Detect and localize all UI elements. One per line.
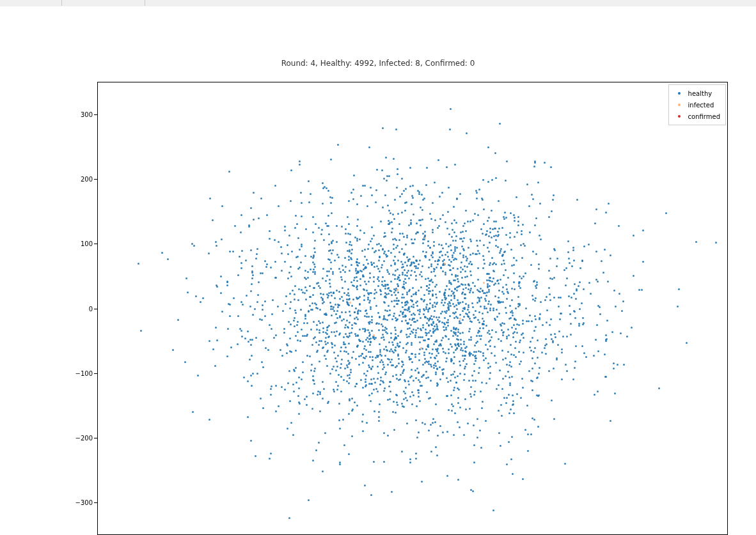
point-healthy — [271, 328, 272, 330]
point-healthy — [473, 370, 475, 372]
point-healthy — [393, 218, 395, 220]
point-healthy — [532, 380, 533, 382]
point-healthy — [466, 275, 468, 277]
point-healthy — [524, 429, 526, 431]
point-healthy — [382, 329, 384, 331]
point-healthy — [505, 269, 507, 271]
point-healthy — [296, 223, 298, 225]
point-healthy — [430, 323, 432, 325]
point-healthy — [367, 248, 369, 250]
legend-entry-infected: infected — [673, 99, 720, 111]
point-healthy — [419, 311, 421, 313]
point-healthy — [334, 260, 336, 261]
point-healthy — [502, 301, 504, 303]
point-healthy — [469, 291, 471, 293]
point-healthy — [305, 228, 307, 230]
point-healthy — [262, 272, 264, 274]
point-healthy — [413, 394, 414, 396]
point-healthy — [297, 237, 299, 239]
point-healthy — [487, 146, 489, 148]
point-healthy — [572, 249, 574, 251]
point-healthy — [289, 400, 291, 402]
point-healthy — [304, 315, 306, 317]
point-healthy — [457, 275, 459, 277]
point-healthy — [373, 276, 375, 278]
point-healthy — [396, 319, 398, 321]
point-healthy — [485, 307, 487, 309]
point-healthy — [464, 366, 466, 368]
point-healthy — [436, 267, 437, 268]
point-healthy — [418, 313, 420, 315]
point-healthy — [459, 364, 461, 366]
point-healthy — [593, 355, 595, 357]
point-healthy — [461, 238, 462, 240]
point-healthy — [434, 310, 436, 312]
point-healthy — [391, 491, 393, 493]
point-healthy — [554, 333, 556, 335]
point-healthy — [331, 314, 333, 316]
point-healthy — [491, 336, 492, 338]
point-healthy — [364, 185, 366, 187]
point-healthy — [346, 364, 348, 366]
point-healthy — [434, 219, 436, 221]
point-healthy — [471, 321, 473, 323]
point-healthy — [464, 398, 466, 400]
point-healthy — [476, 198, 478, 199]
point-healthy — [472, 219, 474, 221]
legend-marker-confirmed — [673, 115, 686, 118]
point-healthy — [336, 330, 338, 332]
point-healthy — [389, 309, 391, 311]
point-healthy — [445, 254, 446, 256]
point-healthy — [351, 435, 353, 437]
point-healthy — [335, 369, 337, 371]
point-healthy — [463, 341, 465, 343]
point-healthy — [237, 343, 239, 345]
point-healthy — [400, 331, 402, 333]
point-healthy — [248, 224, 250, 226]
point-healthy — [361, 250, 363, 252]
point-healthy — [606, 320, 608, 322]
point-healthy — [452, 229, 453, 231]
point-healthy — [249, 306, 251, 307]
point-healthy — [281, 252, 283, 254]
point-healthy — [316, 324, 318, 326]
point-healthy — [480, 306, 482, 307]
point-healthy — [347, 216, 349, 218]
point-healthy — [430, 271, 432, 273]
point-healthy — [561, 348, 563, 350]
point-healthy — [425, 377, 427, 379]
point-healthy — [450, 394, 452, 396]
point-healthy — [379, 316, 381, 318]
point-healthy — [450, 249, 452, 251]
point-healthy — [368, 281, 370, 283]
point-healthy — [371, 316, 373, 318]
point-healthy — [595, 208, 597, 210]
point-healthy — [506, 160, 508, 162]
point-healthy — [432, 295, 434, 297]
point-healthy — [399, 233, 401, 235]
point-healthy — [500, 248, 502, 250]
point-healthy — [514, 236, 516, 238]
point-healthy — [240, 231, 242, 233]
point-healthy — [384, 295, 386, 297]
point-healthy — [430, 366, 432, 368]
point-healthy — [362, 430, 364, 432]
point-healthy — [478, 189, 480, 190]
point-healthy — [454, 412, 456, 414]
point-healthy — [411, 369, 413, 371]
point-healthy — [294, 293, 295, 295]
point-healthy — [297, 256, 299, 258]
point-healthy — [341, 226, 343, 228]
point-healthy — [251, 265, 253, 267]
point-healthy — [325, 358, 327, 360]
point-healthy — [426, 285, 428, 287]
point-healthy — [351, 249, 353, 251]
point-healthy — [421, 336, 423, 338]
point-healthy — [518, 351, 520, 353]
point-healthy — [356, 383, 358, 385]
point-healthy — [294, 299, 295, 300]
point-healthy — [394, 199, 396, 201]
point-healthy — [448, 187, 450, 189]
point-healthy — [512, 336, 514, 338]
point-healthy — [381, 323, 382, 325]
